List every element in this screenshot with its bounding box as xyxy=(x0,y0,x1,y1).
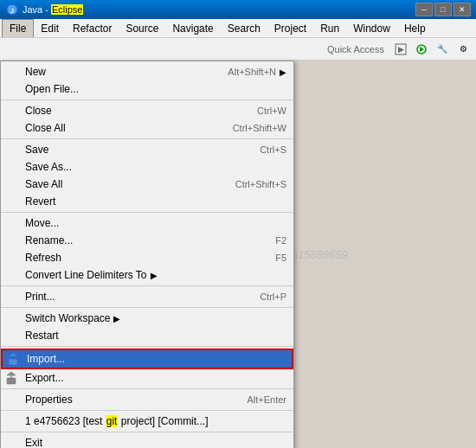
menu-item-print[interactable]: Print... Ctrl+P xyxy=(1,288,293,305)
new-arrow-icon: ▶ xyxy=(280,67,286,77)
menu-file[interactable]: File xyxy=(2,19,34,37)
menu-search[interactable]: Search xyxy=(221,19,267,37)
title-bar: J Java - Eclipse ─ □ ✕ xyxy=(0,0,476,19)
switch-workspace-label: Switch Workspace xyxy=(25,312,110,324)
menu-item-revert[interactable]: Revert xyxy=(1,193,293,210)
convert-line-arrow-icon: ▶ xyxy=(151,271,158,280)
menu-item-close[interactable]: Close Ctrl+W xyxy=(1,102,293,119)
menu-item-properties[interactable]: Properties Alt+Enter xyxy=(1,391,293,408)
toolbar-btn-4[interactable]: ⚙ xyxy=(453,41,473,58)
menu-help[interactable]: Help xyxy=(397,19,433,37)
title-buttons: ─ □ ✕ xyxy=(415,3,471,16)
properties-label: Properties xyxy=(25,394,73,406)
close-label: Close xyxy=(25,105,52,117)
import-icon xyxy=(8,352,22,366)
menu-item-move[interactable]: Move... xyxy=(1,214,293,232)
recent-git-highlight: git xyxy=(106,415,119,427)
exit-label: Exit xyxy=(25,437,42,448)
svg-marker-5 xyxy=(420,47,424,52)
print-shortcut: Ctrl+P xyxy=(260,291,286,302)
menu-project[interactable]: Project xyxy=(267,19,313,37)
menu-item-import[interactable]: Import... xyxy=(1,349,293,369)
print-label: Print... xyxy=(25,291,55,303)
switch-workspace-arrow-icon: ▶ xyxy=(113,314,120,323)
save-label: Save xyxy=(25,144,48,156)
new-label: New xyxy=(25,66,46,78)
properties-shortcut: Alt+Enter xyxy=(247,394,286,405)
menu-item-close-all[interactable]: Close All Ctrl+Shift+W xyxy=(1,119,293,137)
menu-edit[interactable]: Edit xyxy=(34,19,66,37)
menu-source[interactable]: Source xyxy=(119,19,165,37)
move-label: Move... xyxy=(25,217,59,229)
menu-bar: File Edit Refactor Source Navigate Searc… xyxy=(0,19,476,38)
file-dropdown-menu: New Alt+Shift+N ▶ Open File... Close Ctr… xyxy=(0,61,294,448)
recent-1-label: 1 e4756623 [test git project] [Commit...… xyxy=(25,415,208,427)
import-label: Import... xyxy=(27,353,65,365)
menu-item-switch-workspace[interactable]: Switch Workspace ▶ xyxy=(1,310,293,327)
close-button[interactable]: ✕ xyxy=(453,3,471,16)
svg-marker-7 xyxy=(9,353,17,356)
separator-2 xyxy=(1,138,293,139)
menu-item-save[interactable]: Save Ctrl+S xyxy=(1,141,293,158)
svg-text:▶: ▶ xyxy=(398,45,404,54)
separator-5 xyxy=(1,307,293,308)
menu-item-convert-line[interactable]: Convert Line Delimiters To ▶ xyxy=(1,266,293,284)
menu-item-save-all[interactable]: Save All Ctrl+Shift+S xyxy=(1,176,293,193)
separator-8 xyxy=(1,410,293,411)
close-all-label: Close All xyxy=(25,122,66,134)
export-label: Export... xyxy=(25,372,64,384)
toolbar: Quick Access ▶ 🔧 ⚙ xyxy=(0,38,476,61)
export-icon xyxy=(6,371,20,385)
menu-item-recent-1[interactable]: 1 e4756623 [test git project] [Commit...… xyxy=(1,413,293,430)
restart-label: Restart xyxy=(25,330,59,342)
separator-9 xyxy=(1,432,293,432)
separator-6 xyxy=(1,346,293,347)
menu-item-exit[interactable]: Exit xyxy=(1,434,293,448)
save-shortcut: Ctrl+S xyxy=(260,144,286,155)
rename-shortcut: F2 xyxy=(275,235,286,246)
app-icon: J xyxy=(5,3,19,16)
refresh-label: Refresh xyxy=(25,252,61,264)
quick-access-label: Quick Access xyxy=(322,42,389,56)
save-as-label: Save As... xyxy=(25,161,72,173)
separator-4 xyxy=(1,285,293,286)
menu-item-restart[interactable]: Restart xyxy=(1,327,293,344)
menu-run[interactable]: Run xyxy=(313,19,346,37)
menu-item-refresh[interactable]: Refresh F5 xyxy=(1,249,293,266)
save-all-shortcut: Ctrl+Shift+S xyxy=(235,179,286,189)
menu-item-new[interactable]: New Alt+Shift+N ▶ xyxy=(1,63,293,80)
separator-3 xyxy=(1,212,293,213)
menu-item-rename[interactable]: Rename... F2 xyxy=(1,232,293,249)
revert-label: Revert xyxy=(25,195,55,208)
toolbar-btn-3[interactable]: 🔧 xyxy=(433,41,452,58)
separator-1 xyxy=(1,99,293,100)
toolbar-btn-2[interactable] xyxy=(412,41,431,58)
menu-navigate[interactable]: Navigate xyxy=(165,19,220,37)
menu-item-save-as[interactable]: Save As... xyxy=(1,158,293,176)
svg-rect-9 xyxy=(7,378,16,384)
close-all-shortcut: Ctrl+Shift+W xyxy=(233,123,286,133)
minimize-button[interactable]: ─ xyxy=(415,3,433,16)
title-text: Java - Eclipse xyxy=(23,4,415,15)
save-all-label: Save All xyxy=(25,178,62,190)
menu-item-export[interactable]: Export... xyxy=(1,369,293,387)
separator-7 xyxy=(1,388,293,389)
rename-label: Rename... xyxy=(25,234,73,246)
convert-line-label: Convert Line Delimiters To xyxy=(25,269,147,281)
close-shortcut: Ctrl+W xyxy=(257,106,286,116)
main-area: http://blog.csdn.net/zk1515888659 New Al… xyxy=(0,61,476,448)
refresh-shortcut: F5 xyxy=(275,253,286,263)
menu-refactor[interactable]: Refactor xyxy=(66,19,119,37)
new-shortcut: Alt+Shift+N xyxy=(228,67,276,77)
open-file-label: Open File... xyxy=(25,83,79,95)
menu-window[interactable]: Window xyxy=(346,19,397,37)
menu-item-open-file[interactable]: Open File... xyxy=(1,80,293,98)
toolbar-btn-1[interactable]: ▶ xyxy=(391,41,410,58)
maximize-button[interactable]: □ xyxy=(434,3,452,16)
svg-rect-6 xyxy=(9,359,17,365)
svg-text:J: J xyxy=(10,7,14,15)
svg-marker-10 xyxy=(7,372,16,375)
title-highlight: Eclipse xyxy=(51,4,83,15)
